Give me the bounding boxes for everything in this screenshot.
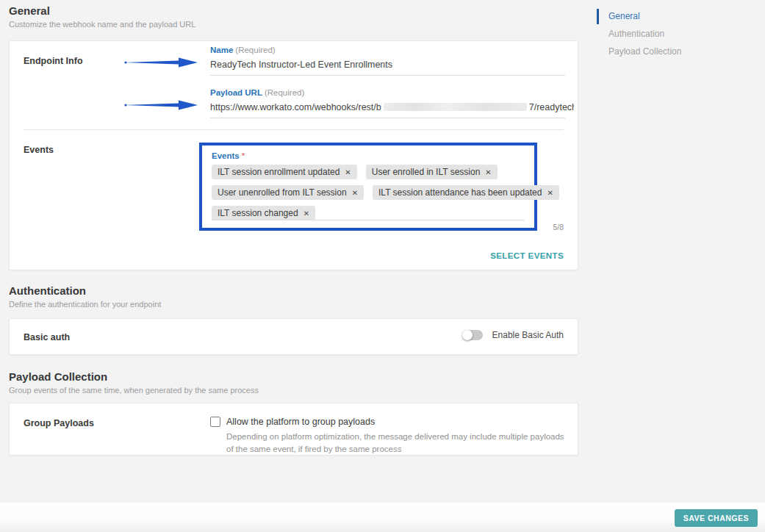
enable-basic-auth-label: Enable Basic Auth [492, 330, 564, 340]
toggle-knob [462, 330, 473, 340]
event-chip[interactable]: User unenrolled from ILT session✕ [212, 185, 364, 200]
name-field-label: Name [210, 46, 233, 54]
annotation-arrow-name-icon [124, 57, 199, 68]
nav-item-payload-collection[interactable]: Payload Collection [608, 46, 681, 57]
name-field: Name(Required) ReadyTech Instructor-Led … [210, 46, 574, 76]
events-row-label: Events [24, 145, 54, 155]
remove-chip-icon[interactable]: ✕ [304, 209, 309, 218]
event-chip[interactable]: User enrolled in ILT session✕ [366, 165, 498, 179]
annotation-arrow-payload-url-icon [124, 99, 199, 111]
general-section-title: General [9, 4, 50, 17]
active-nav-indicator [597, 9, 599, 24]
payload-url-field-label: Payload URL [210, 88, 262, 97]
events-field-label: Events [212, 151, 240, 160]
events-annotation-box: Events* ILT session enrollment updated✕ … [199, 143, 537, 231]
payload-collection-section-subtitle: Group events of the same time, when gene… [9, 386, 259, 395]
authentication-card: Basic auth Enable Basic Auth [9, 318, 578, 355]
event-chip-label: ILT session enrollment updated [218, 167, 340, 177]
events-chip-row: User unenrolled from ILT session✕ ILT se… [212, 185, 525, 200]
event-chip-label: User unenrolled from ILT session [218, 187, 347, 198]
nav-item-authentication[interactable]: Authentication [608, 29, 664, 39]
group-payloads-checkbox-label: Allow the platform to group payloads [226, 417, 375, 427]
payload-collection-card: Group Payloads Allow the platform to gro… [9, 403, 578, 456]
remove-chip-icon[interactable]: ✕ [352, 189, 358, 197]
authentication-section-title: Authentication [9, 284, 86, 297]
event-chip-label: User enrolled in ILT session [372, 167, 481, 177]
group-payloads-row-label: Group Payloads [24, 418, 94, 428]
payload-url-field-label-line: Payload URL(Required) [210, 88, 574, 97]
payload-url-required-hint: (Required) [265, 88, 304, 97]
select-events-button[interactable]: SELECT EVENTS [490, 251, 564, 260]
endpoint-info-row-label: Endpoint Info [24, 56, 83, 66]
nav-item-general[interactable]: General [608, 11, 640, 21]
authentication-section-subtitle: Define the authentication for your endpo… [9, 300, 161, 309]
events-input-underline [212, 220, 525, 220]
event-chip[interactable]: ILT session enrollment updated✕ [212, 165, 357, 179]
name-input[interactable]: ReadyTech Instructor-Led Event Enrollmen… [210, 60, 574, 70]
payload-url-input-underline [210, 118, 565, 118]
card-divider [24, 129, 564, 130]
basic-auth-row-label: Basic auth [24, 332, 70, 342]
payload-url-prefix: https://www.workato.com/webhooks/rest/b [210, 102, 381, 112]
events-field-label-line: Events* [212, 151, 525, 160]
basic-auth-toggle-group: Enable Basic Auth [462, 330, 564, 340]
enable-basic-auth-toggle[interactable] [462, 330, 483, 340]
payload-url-field: Payload URL(Required) https://www.workat… [210, 88, 574, 118]
payload-url-input[interactable]: https://www.workato.com/webhooks/rest/b7… [210, 102, 574, 112]
general-card: Endpoint Info Name(Required) ReadyTech I… [9, 40, 578, 270]
event-chip[interactable]: ILT session changed✕ [212, 206, 315, 220]
general-section-subtitle: Customize the webhook name and the paylo… [9, 20, 195, 29]
save-changes-button[interactable]: SAVE CHANGES [675, 509, 758, 527]
payload-collection-section-title: Payload Collection [9, 370, 107, 383]
group-payloads-helper-text: Depending on platform optimization, the … [226, 431, 570, 456]
events-required-asterisk: * [242, 151, 245, 160]
event-chip[interactable]: ILT session attendance has been updated✕ [373, 185, 559, 200]
name-input-underline [210, 75, 565, 76]
payload-url-suffix: 7/readytech-instr [529, 102, 574, 112]
events-chip-row: ILT session enrollment updated✕ User enr… [212, 165, 525, 179]
payload-url-redacted-blur [384, 103, 527, 111]
remove-chip-icon[interactable]: ✕ [485, 168, 491, 176]
name-required-hint: (Required) [235, 46, 275, 54]
remove-chip-icon[interactable]: ✕ [345, 168, 351, 176]
remove-chip-icon[interactable]: ✕ [547, 189, 553, 197]
event-chip-label: ILT session attendance has been updated [378, 187, 542, 198]
footer-bar: SAVE CHANGES [0, 503, 765, 532]
event-chip-label: ILT session changed [218, 208, 298, 218]
events-chip-row: ILT session changed✕ [212, 206, 525, 220]
events-counter: 5/8 [553, 223, 564, 231]
name-field-label-line: Name(Required) [210, 46, 574, 54]
group-payloads-checkbox[interactable] [210, 417, 220, 427]
